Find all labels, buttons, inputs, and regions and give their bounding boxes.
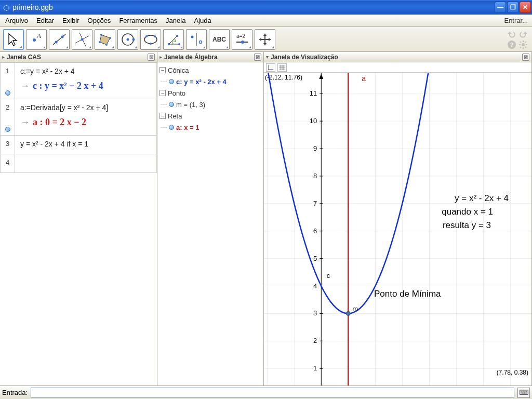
svg-point-14 — [127, 38, 129, 41]
tool-circle[interactable] — [117, 29, 138, 50]
minimize-button[interactable]: — — [495, 2, 506, 13]
cas-row: 2 a:=Derivada[y = x² - 2x + 4] →a : 0 = … — [1, 99, 157, 136]
menu-arquivo[interactable]: Arquivo — [1, 16, 32, 25]
input-symbols-button[interactable]: ⌨ — [517, 388, 530, 398]
tree-group[interactable]: −Cônica — [158, 64, 262, 76]
tool-line[interactable] — [49, 29, 70, 50]
svg-point-4 — [61, 35, 64, 38]
svg-point-10 — [109, 37, 111, 39]
tool-move-graphics[interactable] — [255, 29, 275, 50]
menu-opcoes[interactable]: Opções — [84, 16, 115, 25]
svg-text:A: A — [36, 32, 41, 39]
tree-item[interactable]: ┈┈m = (1, 3) — [158, 99, 262, 110]
visibility-dot-icon[interactable] — [169, 79, 174, 84]
title-bar: ◌ primeiro.ggb — ❐ ✕ — [0, 0, 532, 15]
annotation-eq3: resulta y = 3 — [443, 220, 491, 231]
tree-toggle-icon[interactable]: − — [159, 67, 166, 73]
svg-point-18 — [154, 35, 156, 37]
algebra-title: Janela de Álgebra — [164, 54, 254, 61]
help-icon[interactable]: ? — [507, 40, 516, 49]
tool-polygon[interactable] — [95, 29, 115, 50]
panels-container: ▸ Janela CAS ⊠ 1 c:=y = x² - 2x + 4 →c :… — [0, 52, 532, 385]
toolbar: A α ABC a=2 ? — [0, 27, 532, 52]
svg-text:α: α — [174, 38, 176, 43]
close-panel-button[interactable]: ⊠ — [254, 54, 261, 61]
close-panel-button[interactable]: ⊠ — [522, 54, 529, 61]
tool-perpendicular[interactable] — [72, 29, 92, 50]
cas-header: ▸ Janela CAS ⊠ — [0, 52, 157, 62]
input-field[interactable] — [31, 388, 514, 398]
svg-text:9: 9 — [313, 144, 317, 152]
cas-row: 1 c:=y = x² - 2x + 4 →c : y = x² − 2 x +… — [1, 63, 157, 99]
menu-exibir[interactable]: Exibir — [58, 16, 84, 25]
graphics-title: Janela de Visualização — [271, 54, 522, 61]
menu-ferramentas[interactable]: Ferramentas — [115, 16, 162, 25]
svg-line-40 — [525, 42, 526, 43]
redo-icon[interactable] — [518, 30, 528, 39]
svg-point-9 — [100, 34, 102, 36]
tool-point[interactable]: A — [26, 29, 47, 50]
svg-text:2: 2 — [313, 337, 317, 344]
visibility-dot-icon[interactable] — [169, 125, 174, 130]
cas-row-number[interactable]: 2 — [1, 99, 15, 136]
svg-point-22 — [178, 43, 180, 45]
visibility-dot-icon[interactable] — [5, 127, 10, 132]
cas-input[interactable]: a:=Derivada[y = x² - 2x + 4] — [20, 103, 151, 112]
tool-reflect[interactable] — [186, 29, 207, 50]
graphics-panel: ▾ Janela de Visualização ⊠ 1234567891011… — [264, 52, 532, 385]
tree-group[interactable]: −Reta — [158, 110, 262, 122]
input-label: Entrada: — [2, 389, 28, 396]
annotation-min: Ponto de Mínima — [374, 289, 441, 299]
tool-angle[interactable]: α — [163, 29, 184, 50]
svg-point-29 — [241, 41, 244, 44]
graphics-toolbar — [264, 62, 531, 73]
collapse-icon[interactable]: ▸ — [2, 54, 5, 60]
cas-table: 1 c:=y = x² - 2x + 4 →c : y = x² − 2 x +… — [0, 62, 157, 173]
cas-input[interactable]: c:=y = x² - 2x + 4 — [20, 67, 151, 75]
plot-svg: 1234567891011mca — [264, 73, 531, 385]
login-link[interactable]: Entrar... — [504, 17, 531, 24]
close-button[interactable]: ✕ — [520, 2, 531, 13]
visibility-dot-icon[interactable] — [169, 102, 174, 107]
menu-ajuda[interactable]: Ajuda — [190, 16, 215, 25]
svg-point-17 — [145, 35, 148, 37]
cas-input[interactable]: y = x² - 2x + 4 if x = 1 — [20, 140, 151, 148]
svg-text:6: 6 — [313, 227, 317, 235]
svg-text:3: 3 — [313, 309, 317, 317]
cas-row-number[interactable]: 3 — [1, 136, 15, 154]
menu-janela[interactable]: Janela — [162, 16, 190, 25]
tree-toggle-icon[interactable]: − — [159, 90, 166, 96]
tool-move[interactable] — [3, 29, 24, 50]
svg-text:10: 10 — [310, 117, 317, 125]
maximize-button[interactable]: ❐ — [507, 2, 518, 13]
tree-group[interactable]: −Ponto — [158, 87, 262, 99]
undo-icon[interactable] — [507, 30, 516, 39]
tree-item[interactable]: ┈┈c: y = x² - 2x + 4 — [158, 76, 262, 87]
cas-panel: ▸ Janela CAS ⊠ 1 c:=y = x² - 2x + 4 →c :… — [0, 52, 157, 385]
plot-area[interactable]: 1234567891011mca (-2.12, 11.76) (7.78, 0… — [264, 73, 531, 385]
collapse-icon[interactable]: ▸ — [159, 54, 162, 60]
cas-row-number[interactable]: 4 — [1, 154, 15, 173]
cas-row-number[interactable]: 1 — [1, 63, 15, 99]
tool-text[interactable]: ABC — [209, 29, 230, 50]
svg-text:a: a — [362, 74, 366, 83]
svg-point-88 — [346, 311, 350, 315]
tool-slider[interactable]: a=2 — [232, 29, 252, 50]
svg-text:8: 8 — [313, 172, 317, 180]
tree-toggle-icon[interactable]: − — [159, 113, 166, 119]
axes-toggle-icon[interactable] — [266, 63, 275, 72]
svg-point-26 — [200, 41, 202, 43]
tree-item[interactable]: ┈┈a: x = 1 — [158, 122, 262, 133]
close-panel-button[interactable]: ⊠ — [148, 54, 155, 61]
menu-editar[interactable]: Editar — [32, 16, 58, 25]
svg-text:?: ? — [510, 42, 514, 48]
settings-icon[interactable] — [518, 40, 528, 49]
collapse-icon[interactable]: ▾ — [266, 54, 269, 60]
visibility-dot-icon[interactable] — [5, 90, 10, 96]
svg-point-21 — [168, 43, 170, 45]
algebra-panel: ▸ Janela de Álgebra ⊠ −Cônica ┈┈c: y = x… — [157, 52, 264, 385]
svg-text:1: 1 — [313, 364, 317, 372]
svg-line-37 — [520, 42, 521, 43]
tool-conic[interactable] — [140, 29, 161, 50]
grid-toggle-icon[interactable] — [277, 63, 287, 72]
